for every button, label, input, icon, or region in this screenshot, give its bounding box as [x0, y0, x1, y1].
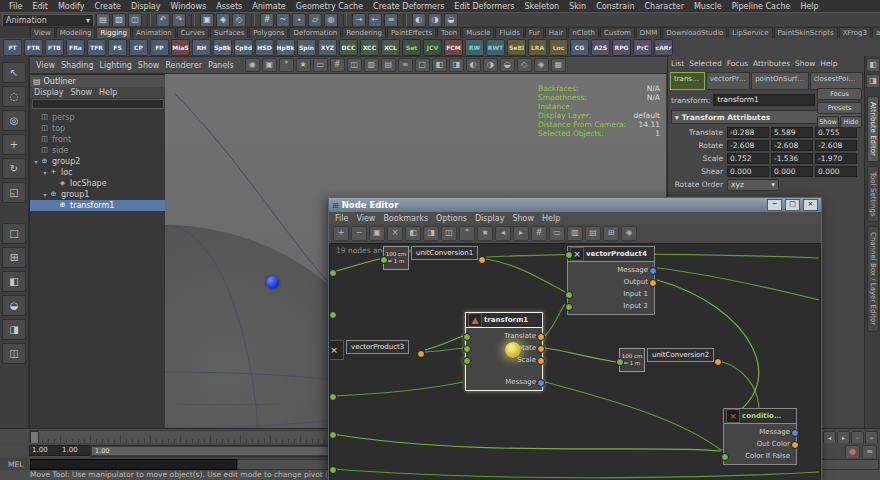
- field-chart-icon[interactable]: ≡: [398, 58, 413, 72]
- viewport-menu-show[interactable]: Show: [136, 61, 162, 70]
- xray-mode-icon[interactable]: ◇: [517, 58, 532, 72]
- shelf-button-rw[interactable]: RW: [465, 39, 484, 56]
- node-unitconversion1[interactable]: 100 cm= 1 munitConversion1: [383, 246, 483, 272]
- node-title[interactable]: unitConversion1: [411, 246, 478, 260]
- auto-keyframe-icon[interactable]: ●: [845, 445, 860, 459]
- viewport-menu-renderer[interactable]: Renderer: [163, 61, 204, 70]
- render-icon[interactable]: ◐: [412, 13, 426, 27]
- snap-to-curve-icon[interactable]: ~: [276, 13, 290, 27]
- graph-output-connections-icon[interactable]: ◨: [423, 226, 439, 241]
- port-output[interactable]: [537, 357, 545, 365]
- outliner-item-locshape[interactable]: ◈locShape: [30, 178, 166, 189]
- shelf-tab-fur[interactable]: Fur: [525, 27, 544, 38]
- port-dot[interactable]: [329, 431, 337, 439]
- node-title[interactable]: vectorProduct3: [346, 340, 409, 354]
- select-component-icon[interactable]: ◇: [232, 13, 246, 27]
- node-attr-translate[interactable]: Translate: [466, 330, 542, 342]
- shelf-tab-lipservice[interactable]: LipService: [728, 27, 772, 38]
- outliner-item-loc[interactable]: ▾+loc: [30, 167, 166, 178]
- menu-skeleton[interactable]: Skeleton: [520, 2, 565, 11]
- node-editor-menu-help[interactable]: Help: [542, 214, 560, 223]
- shelf-button-jcv[interactable]: JCV: [423, 39, 442, 56]
- port-input[interactable]: [463, 333, 471, 341]
- single-pane-layout-button[interactable]: □: [2, 223, 26, 244]
- control-sphere[interactable]: [266, 276, 279, 289]
- move-tool[interactable]: +: [2, 134, 26, 155]
- show-button[interactable]: Show: [817, 116, 839, 128]
- command-input[interactable]: [30, 459, 237, 470]
- outliner-item-side[interactable]: ◫side: [30, 145, 166, 156]
- shelf-button-rwt[interactable]: RWT: [486, 39, 505, 56]
- shelf-tab-animation[interactable]: Animation: [132, 27, 176, 38]
- menu-pipeline-cache[interactable]: Pipeline Cache: [727, 2, 796, 11]
- menu-animate[interactable]: Animate: [247, 2, 291, 11]
- port-input[interactable]: [565, 291, 573, 299]
- resolution-gate-icon[interactable]: ▥: [364, 58, 379, 72]
- port-output[interactable]: [537, 379, 545, 387]
- add-selected-to-graph-icon[interactable]: ▣: [369, 226, 385, 241]
- select-hierarchy-icon[interactable]: ▣: [200, 13, 214, 27]
- shelf-button-hsd[interactable]: HSD: [255, 39, 274, 56]
- ae-menu-focus[interactable]: Focus: [727, 59, 748, 68]
- snap-to-plane-icon[interactable]: ▱: [308, 13, 322, 27]
- pane-layout-left-button[interactable]: ◧: [2, 271, 26, 292]
- lasso-tool[interactable]: ◌: [2, 86, 26, 107]
- outliner-titlebar[interactable]: ▤ Outliner: [30, 75, 166, 87]
- ae-number-field[interactable]: -0.288: [727, 127, 769, 138]
- pane-layout-bottom-button[interactable]: ◒: [2, 295, 26, 316]
- maximize-button[interactable]: □: [785, 199, 800, 211]
- create-node-icon[interactable]: +: [333, 226, 349, 241]
- ae-menu-show[interactable]: Show: [795, 59, 815, 68]
- ae-number-field[interactable]: -2.608: [815, 140, 857, 151]
- wireframe-mode-icon[interactable]: ◧: [432, 58, 447, 72]
- animation-end-field[interactable]: 1.00: [59, 445, 91, 456]
- clear-graph-icon[interactable]: ×: [387, 226, 403, 241]
- port-output[interactable]: [537, 333, 545, 341]
- four-pane-layout-button[interactable]: ⊞: [2, 247, 26, 268]
- pin-nodes-icon[interactable]: *: [459, 226, 475, 241]
- shelf-button-rh[interactable]: RH: [192, 39, 211, 56]
- node-header[interactable]: ▲transform1: [465, 312, 543, 328]
- ae-menu-selected[interactable]: Selected: [689, 59, 722, 68]
- port-dot[interactable]: [329, 269, 337, 277]
- menu-assets[interactable]: Assets: [211, 2, 247, 11]
- port-input[interactable]: [565, 303, 573, 311]
- outliner-item-top[interactable]: ◫top: [30, 123, 166, 134]
- shelf-tab-muscle[interactable]: Muscle: [462, 27, 494, 38]
- node-vectorproduct3[interactable]: ×vectorProduct3: [329, 340, 422, 362]
- shelf-tab-painteffects[interactable]: PaintEffects: [387, 27, 436, 38]
- outliner-persp-layout-button[interactable]: ◨: [2, 319, 26, 340]
- shelf-tab-rendering[interactable]: Rendering: [342, 27, 386, 38]
- node-editor-canvas[interactable]: 19 nodes and 26 connections shown. ×vect…: [329, 243, 821, 480]
- node-editor-menu-view[interactable]: View: [356, 214, 375, 223]
- scale-tool[interactable]: ◱: [2, 182, 26, 203]
- shadows-icon[interactable]: ◒: [500, 58, 515, 72]
- node-header[interactable]: ×vectorProduct4: [567, 246, 655, 262]
- node-attr-message[interactable]: Message: [466, 376, 542, 388]
- shelf-tab-surfaces[interactable]: Surfaces: [210, 27, 248, 38]
- paint-select-tool[interactable]: ◎: [2, 110, 26, 131]
- outliner-item-front[interactable]: ◫front: [30, 134, 166, 145]
- outliner-menu-help[interactable]: Help: [99, 88, 117, 97]
- menu-constrain[interactable]: Constrain: [591, 2, 639, 11]
- lock-graph-icon[interactable]: ◈: [621, 226, 637, 241]
- command-language-toggle[interactable]: MEL: [0, 460, 30, 469]
- ae-number-field[interactable]: 0.752: [727, 153, 769, 164]
- node-vectorproduct4[interactable]: ×vectorProduct4MessageOutputInput 1Input…: [567, 246, 655, 315]
- presets-button[interactable]: Presets: [817, 102, 862, 114]
- textured-mode-icon[interactable]: ◐: [466, 58, 481, 72]
- ae-menu-help[interactable]: Help: [820, 59, 837, 68]
- node-name-field[interactable]: transform1: [713, 94, 815, 106]
- undo-icon[interactable]: ↶: [156, 13, 170, 27]
- shelf-tab-downloadstudio[interactable]: DownloadStudio: [662, 27, 727, 38]
- ae-tab-vectorproduct4[interactable]: vectorProduct4: [706, 72, 751, 90]
- menu-help[interactable]: Help: [795, 2, 823, 11]
- port-input[interactable]: [463, 345, 471, 353]
- shelf-tab-ncloth[interactable]: nCloth: [568, 27, 599, 38]
- port-output[interactable]: [649, 279, 657, 287]
- camera-settings-icon[interactable]: *: [279, 58, 294, 72]
- menu-edit-deformers[interactable]: Edit Deformers: [449, 2, 519, 11]
- outliner-menu-show[interactable]: Show: [71, 88, 93, 97]
- menu-character[interactable]: Character: [639, 2, 689, 11]
- node-title[interactable]: unitConversion2: [647, 348, 714, 362]
